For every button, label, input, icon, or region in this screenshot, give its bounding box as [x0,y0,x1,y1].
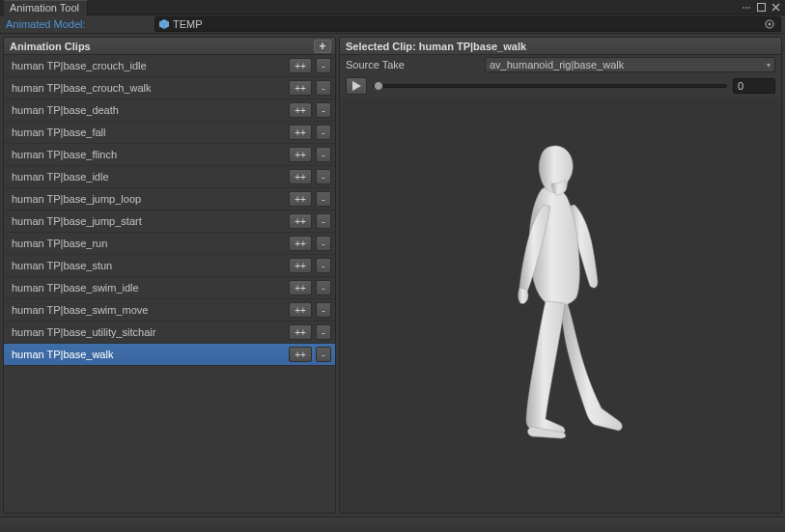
duplicate-clip-button[interactable]: ++ [289,58,312,73]
duplicate-clip-button[interactable]: ++ [289,324,312,340]
delete-clip-button[interactable]: - [316,102,331,118]
clip-row[interactable]: human TP|base_flinch++- [4,144,335,166]
duplicate-clip-button[interactable]: ++ [289,169,312,184]
animation-clips-panel: Animation Clips + human TP|base_crouch_i… [3,37,336,514]
source-take-value: av_humanoid_rig|base_walk [490,59,624,70]
play-icon [352,81,361,91]
source-take-label: Source Take [346,59,481,70]
delete-clip-button[interactable]: - [316,147,331,162]
animation-preview[interactable] [340,98,781,513]
titlebar: Animation Tool [0,0,785,15]
clip-label: human TP|base_flinch [12,149,285,160]
delete-clip-button[interactable]: - [316,280,331,295]
duplicate-clip-button[interactable]: ++ [289,80,312,96]
delete-clip-button[interactable]: - [316,258,331,273]
clip-row[interactable]: human TP|base_death++- [4,99,335,122]
delete-clip-button[interactable]: - [316,302,331,318]
clip-label: human TP|base_swim_move [12,304,285,316]
play-button[interactable] [346,77,367,95]
clip-row[interactable]: human TP|base_run++- [4,233,335,255]
animated-model-name: TEMP [173,18,763,30]
duplicate-clip-button[interactable]: ++ [289,191,312,207]
animated-model-label: Animated Model: [4,18,154,30]
svg-point-9 [769,23,771,26]
duplicate-clip-button[interactable]: ++ [289,102,312,118]
clip-label: human TP|base_jump_start [12,215,285,227]
clip-row[interactable]: human TP|base_jump_loop++- [4,188,335,210]
animation-clips-title: Animation Clips [10,41,91,52]
clip-label: human TP|base_walk [12,349,285,360]
animated-model-row: Animated Model: TEMP [0,15,785,34]
duplicate-clip-button[interactable]: ++ [289,258,312,273]
delete-clip-button[interactable]: - [316,125,331,140]
duplicate-clip-button[interactable]: ++ [289,236,312,251]
clip-label: human TP|base_crouch_walk [12,82,285,94]
svg-point-1 [745,7,747,9]
delete-clip-button[interactable]: - [316,80,331,96]
delete-clip-button[interactable]: - [316,347,331,362]
source-take-dropdown[interactable]: av_humanoid_rig|base_walk ▾ [485,57,775,72]
svg-rect-3 [757,4,765,12]
delete-clip-button[interactable]: - [316,324,331,340]
delete-clip-button[interactable]: - [316,191,331,207]
clip-row[interactable]: human TP|base_crouch_idle++- [4,55,335,77]
delete-clip-button[interactable]: - [316,58,331,73]
panel-tab-animation-tool[interactable]: Animation Tool [4,0,88,15]
clip-label: human TP|base_fall [12,126,285,138]
clip-label: human TP|base_stun [12,260,285,271]
animated-model-object-field[interactable]: TEMP [154,16,781,32]
clip-row[interactable]: human TP|base_utility_sitchair++- [4,322,335,344]
chevron-down-icon: ▾ [767,61,771,70]
clip-row[interactable]: human TP|base_stun++- [4,255,335,277]
duplicate-clip-button[interactable]: ++ [289,147,312,162]
clip-row[interactable]: human TP|base_swim_idle++- [4,277,335,299]
plus-icon: + [319,40,325,53]
timeline-thumb[interactable] [374,81,383,91]
object-picker-icon[interactable] [763,17,776,31]
timeline-slider[interactable] [373,84,727,88]
clip-label: human TP|base_swim_idle [12,282,285,294]
playback-controls: 0 [340,74,781,98]
clip-label: human TP|base_run [12,238,285,249]
clip-row[interactable]: human TP|base_jump_start++- [4,210,335,233]
maximize-icon[interactable] [755,2,767,14]
delete-clip-button[interactable]: - [316,236,331,251]
clip-row[interactable]: human TP|base_idle++- [4,166,335,188]
delete-clip-button[interactable]: - [316,213,331,229]
animation-clips-header: Animation Clips + [4,38,335,55]
clip-row[interactable]: human TP|base_walk++- [4,344,335,366]
duplicate-clip-button[interactable]: ++ [289,213,312,229]
selected-clip-title: Selected Clip: human TP|base_walk [346,41,526,52]
clip-label: human TP|base_idle [12,171,285,182]
duplicate-clip-button[interactable]: ++ [289,280,312,295]
selected-clip-panel: Selected Clip: human TP|base_walk Source… [339,37,782,514]
frame-number-field[interactable]: 0 [733,78,775,94]
animation-tool-window: Animation Tool Animated Model: [0,0,785,532]
add-clip-button[interactable]: + [314,40,331,53]
source-take-row: Source Take av_humanoid_rig|base_walk ▾ [340,55,781,74]
delete-clip-button[interactable]: - [316,169,331,184]
clip-list[interactable]: human TP|base_crouch_idle++-human TP|bas… [4,55,335,513]
frame-number-value: 0 [738,80,743,92]
clip-row[interactable]: human TP|base_fall++- [4,122,335,144]
prefab-icon [159,19,169,29]
clip-label: human TP|base_death [12,104,285,116]
duplicate-clip-button[interactable]: ++ [289,347,312,362]
clip-label: human TP|base_crouch_idle [12,60,285,71]
selected-clip-header: Selected Clip: human TP|base_walk [340,38,781,55]
panel-title: Animation Tool [10,2,79,14]
duplicate-clip-button[interactable]: ++ [289,302,312,318]
clip-label: human TP|base_utility_sitchair [12,326,285,338]
humanoid-preview-figure [474,129,648,467]
close-icon[interactable] [770,2,781,14]
clip-row[interactable]: human TP|base_crouch_walk++- [4,77,335,99]
svg-point-0 [743,7,744,9]
svg-marker-10 [352,81,361,91]
clip-row[interactable]: human TP|base_swim_move++- [4,299,335,322]
footer [0,517,785,532]
options-icon[interactable] [741,2,752,14]
main-area: Animation Clips + human TP|base_crouch_i… [0,34,785,517]
svg-point-2 [748,7,750,9]
window-controls [741,2,781,14]
duplicate-clip-button[interactable]: ++ [289,125,312,140]
